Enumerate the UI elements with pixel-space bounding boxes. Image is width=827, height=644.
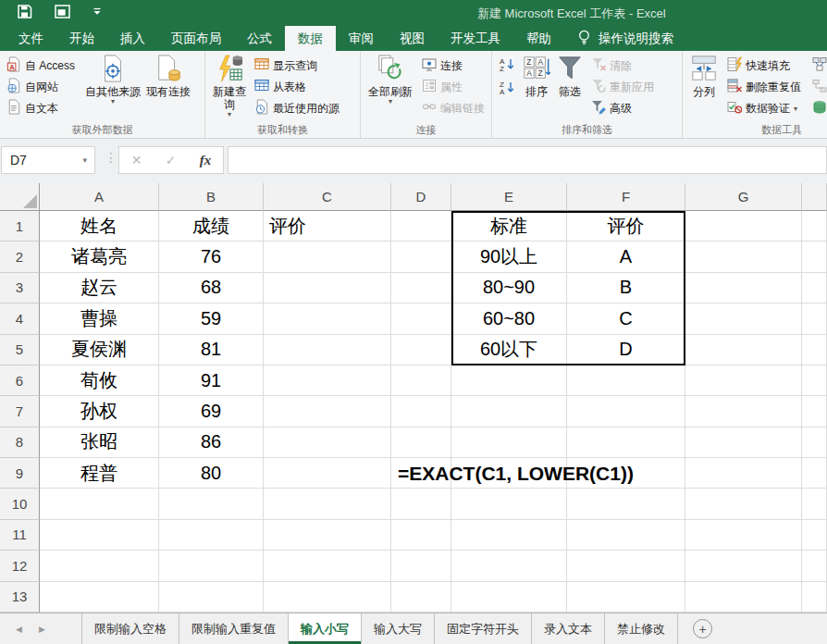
column-header[interactable]: A	[40, 183, 159, 211]
cell[interactable]	[391, 551, 451, 581]
cell[interactable]	[802, 582, 827, 613]
insert-function-icon[interactable]: fx	[200, 153, 212, 168]
cell[interactable]: 评价	[567, 211, 685, 242]
cell[interactable]	[567, 427, 685, 458]
cell[interactable]	[264, 242, 391, 272]
cell[interactable]: 91	[159, 365, 264, 396]
column-header[interactable]: G	[685, 183, 802, 211]
cell[interactable]	[802, 427, 827, 458]
cell[interactable]: 69	[159, 396, 264, 427]
cell[interactable]	[451, 365, 567, 396]
cell[interactable]	[567, 365, 685, 396]
cell[interactable]	[264, 458, 391, 489]
connections-button[interactable]: 连接	[420, 56, 487, 76]
row-header[interactable]: 2	[0, 242, 40, 272]
cell[interactable]	[802, 242, 827, 272]
cell[interactable]	[685, 551, 802, 581]
row-header[interactable]: 12	[0, 551, 40, 581]
cell[interactable]	[802, 335, 827, 365]
cell[interactable]	[264, 582, 391, 613]
cell[interactable]	[391, 396, 451, 427]
cell[interactable]	[451, 458, 567, 489]
cell[interactable]: 标准	[451, 211, 567, 242]
cell[interactable]	[264, 489, 391, 519]
tab-data[interactable]: 数据	[285, 26, 336, 51]
cell[interactable]	[802, 365, 827, 396]
cell[interactable]	[264, 520, 391, 551]
cell[interactable]: 81	[159, 335, 264, 365]
row-header[interactable]: 13	[0, 582, 40, 613]
cell[interactable]	[451, 551, 567, 581]
cell[interactable]	[264, 427, 391, 458]
cell[interactable]	[802, 396, 827, 427]
row-header[interactable]: 4	[0, 303, 40, 334]
cell[interactable]	[264, 365, 391, 396]
tab-page-layout[interactable]: 页面布局	[158, 26, 234, 51]
cell[interactable]	[685, 303, 802, 334]
sort-button[interactable]: ZAAZ 排序	[520, 54, 553, 99]
column-header[interactable]: F	[567, 183, 685, 211]
cell[interactable]: 80	[159, 458, 264, 489]
cell[interactable]	[685, 273, 802, 303]
cell[interactable]: 曹操	[40, 303, 159, 334]
cell[interactable]	[685, 396, 802, 427]
name-box-dropdown-icon[interactable]: ▾	[82, 155, 87, 165]
column-header[interactable]	[802, 183, 827, 211]
cell[interactable]	[264, 303, 391, 334]
from-text-button[interactable]: 自文本	[5, 98, 77, 118]
cell[interactable]	[391, 489, 451, 519]
tab-developer[interactable]: 开发工具	[438, 26, 513, 51]
tab-review[interactable]: 审阅	[336, 26, 387, 51]
new-query-button[interactable]: 新建查询 ▾	[210, 54, 249, 118]
cell[interactable]: D	[567, 335, 685, 365]
cell[interactable]	[159, 520, 264, 551]
column-header[interactable]: C	[264, 183, 391, 211]
cell[interactable]	[685, 427, 802, 458]
cell[interactable]	[685, 520, 802, 551]
cell[interactable]	[159, 551, 264, 581]
cell[interactable]	[40, 520, 159, 551]
formula-input[interactable]	[228, 146, 827, 174]
cell[interactable]: 姓名	[40, 211, 159, 242]
cell[interactable]	[567, 520, 685, 551]
cell[interactable]	[802, 303, 827, 334]
row-header[interactable]: 6	[0, 365, 40, 396]
cell[interactable]	[391, 365, 451, 396]
cell[interactable]: C	[567, 303, 685, 334]
cell[interactable]	[40, 551, 159, 581]
cell[interactable]	[40, 489, 159, 519]
sheet-nav-right-icon[interactable]: ▶	[31, 613, 54, 644]
cell[interactable]	[159, 582, 264, 613]
sheet-tab[interactable]: 限制输入空格	[81, 613, 179, 644]
cell[interactable]: 孙权	[40, 396, 159, 427]
sheet-tab[interactable]: 禁止修改	[605, 613, 678, 644]
sort-ascending-button[interactable]: AZ	[497, 56, 518, 77]
cell[interactable]: 86	[159, 427, 264, 458]
edit-links-button[interactable]: 编辑链接	[420, 98, 487, 118]
cell[interactable]	[567, 582, 685, 613]
cell[interactable]: 90以上	[451, 242, 567, 272]
cell[interactable]	[685, 489, 802, 519]
from-access-button[interactable]: A 自 Access	[5, 56, 77, 76]
sheet-nav-left-icon[interactable]: ◀	[7, 613, 31, 644]
cell[interactable]: 68	[159, 273, 264, 303]
cell[interactable]	[264, 551, 391, 581]
cell[interactable]	[391, 427, 451, 458]
row-header[interactable]: 10	[0, 489, 40, 519]
cell[interactable]	[264, 273, 391, 303]
cell[interactable]	[802, 211, 827, 242]
cell[interactable]	[264, 335, 391, 365]
cell[interactable]	[391, 520, 451, 551]
sort-descending-button[interactable]: ZA	[497, 79, 518, 100]
from-web-button[interactable]: 自网站	[5, 77, 77, 97]
sheet-tab[interactable]: 录入文本	[532, 613, 605, 644]
data-model-button[interactable]	[810, 98, 827, 119]
text-to-columns-button[interactable]: 分列	[687, 54, 721, 99]
cell[interactable]: 赵云	[40, 273, 159, 303]
cell[interactable]: 张昭	[40, 427, 159, 458]
clear-filter-button[interactable]: 清除	[589, 56, 656, 76]
cell[interactable]	[451, 520, 567, 551]
tab-view[interactable]: 视图	[387, 26, 438, 51]
data-validation-button[interactable]: 数据验证 ▾	[725, 98, 803, 118]
cell[interactable]	[802, 520, 827, 551]
